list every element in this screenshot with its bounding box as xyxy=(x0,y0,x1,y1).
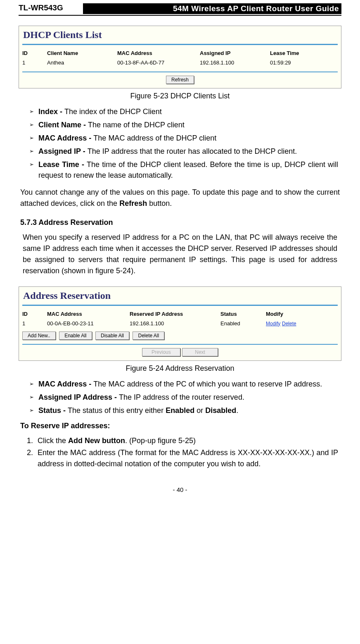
col-reserved-ip: Reserved IP Address xyxy=(130,309,220,319)
refresh-button[interactable]: Refresh xyxy=(166,76,194,84)
term: MAC Address - xyxy=(38,134,93,142)
list-item: MAC Address - The MAC address of the PC … xyxy=(29,379,338,389)
delete-all-button[interactable]: Delete All xyxy=(133,332,164,340)
paragraph: You cannot change any of the values on t… xyxy=(20,187,340,209)
text: Click the xyxy=(38,436,68,445)
term: Client Name - xyxy=(38,121,88,129)
desc: The IP address that the router has alloc… xyxy=(88,147,297,155)
list-item: Client Name - The name of the DHCP clien… xyxy=(29,119,338,130)
strong: Disabled xyxy=(205,406,236,415)
desc: The MAC address of the DHCP client xyxy=(93,134,216,142)
page-header: TL-WR543G 54M Wireless AP Client Router … xyxy=(19,0,341,16)
address-reservation-table: ID MAC Address Reserved IP Address Statu… xyxy=(22,309,338,328)
text: . xyxy=(236,406,238,415)
divider xyxy=(22,72,338,72)
add-new-button[interactable]: Add New.. xyxy=(22,332,56,340)
list-item: Index - The index of the DHCP Client xyxy=(29,106,338,117)
fig2-title: Address Reservation xyxy=(23,290,338,301)
figure-address-reservation: Address Reservation ID MAC Address Reser… xyxy=(19,286,341,361)
col-lease-time: Lease Time xyxy=(270,48,338,58)
desc: The IP address of the router reserved. xyxy=(119,393,244,401)
cell-lease: 01:59:29 xyxy=(270,58,338,67)
table-header-row: ID Client Name MAC Address Assigned IP L… xyxy=(22,48,338,58)
cell-ip: 192.168.1.100 xyxy=(130,319,220,328)
desc: The index of the DHCP Client xyxy=(64,107,162,116)
strong: Enabled xyxy=(166,406,194,415)
bullet-list-2: MAC Address - The MAC address of the PC … xyxy=(22,379,338,416)
table-header-row: ID MAC Address Reserved IP Address Statu… xyxy=(22,309,338,319)
reserve-heading: To Reserve IP addresses: xyxy=(20,422,340,430)
cell-id: 1 xyxy=(22,58,47,67)
desc: The status of this entry either xyxy=(68,406,166,415)
term: MAC Address - xyxy=(38,380,93,388)
strong: Refresh xyxy=(119,199,147,208)
cell-status: Enabled xyxy=(220,319,266,328)
desc: The MAC address of the PC of which you w… xyxy=(93,380,322,388)
list-item: Click the Add New button. (Pop-up figure… xyxy=(35,435,338,446)
divider xyxy=(22,305,338,306)
button-group: Add New.. Enable All Disable All Delete … xyxy=(22,332,338,340)
steps-list: Click the Add New button. (Pop-up figure… xyxy=(22,435,338,470)
col-status: Status xyxy=(220,309,266,319)
section-heading: 5.7.3 Address Reservation xyxy=(20,218,340,227)
text: or xyxy=(194,406,205,415)
term: Assigned IP Address - xyxy=(38,393,119,401)
divider xyxy=(22,44,338,45)
col-client-name: Client Name xyxy=(47,48,117,58)
strong: Add New button xyxy=(68,436,125,445)
paragraph: When you specify a reserved IP address f… xyxy=(23,232,337,277)
text: button. xyxy=(147,199,172,208)
table-row: 1 Anthea 00-13-8F-AA-6D-77 192.168.1.100… xyxy=(22,58,338,67)
term: Status - xyxy=(38,406,68,415)
delete-link[interactable]: Delete xyxy=(282,321,296,327)
desc: The name of the DHCP client xyxy=(88,121,185,129)
col-id: ID xyxy=(22,309,47,319)
list-item: Assigned IP Address - The IP address of … xyxy=(29,392,338,403)
fig1-title: DHCP Clients List xyxy=(23,29,338,41)
list-item: Lease Time - The time of the DHCP client… xyxy=(29,159,338,181)
modify-link[interactable]: Modify xyxy=(266,321,280,327)
previous-button[interactable]: Previous xyxy=(142,348,180,356)
enable-all-button[interactable]: Enable All xyxy=(59,332,92,340)
cell-id: 1 xyxy=(22,319,47,328)
page-number: - 40 - xyxy=(19,486,341,493)
fig2-caption: Figure 5-24 Address Reservation xyxy=(19,364,341,373)
term: Lease Time - xyxy=(38,160,87,169)
figure-dhcp-clients: DHCP Clients List ID Client Name MAC Add… xyxy=(19,26,341,88)
col-modify: Modify xyxy=(266,309,338,319)
list-item: Status - The status of this entry either… xyxy=(29,405,338,416)
list-item: Assigned IP - The IP address that the ro… xyxy=(29,146,338,157)
guide-title: 54M Wireless AP Client Router User Guide xyxy=(83,3,341,14)
col-mac: MAC Address xyxy=(117,48,200,58)
list-item: Enter the MAC address (The format for th… xyxy=(35,447,338,470)
cell-name: Anthea xyxy=(47,58,117,67)
dhcp-clients-table: ID Client Name MAC Address Assigned IP L… xyxy=(22,48,338,67)
next-button[interactable]: Next xyxy=(182,348,218,356)
fig1-caption: Figure 5-23 DHCP Clients List xyxy=(19,92,341,100)
cell-mac: 00-0A-EB-00-23-11 xyxy=(47,319,130,328)
bullet-list-1: Index - The index of the DHCP Client Cli… xyxy=(22,106,338,181)
col-assigned-ip: Assigned IP xyxy=(200,48,270,58)
term: Index - xyxy=(38,107,64,116)
list-item: MAC Address - The MAC address of the DHC… xyxy=(29,133,338,143)
term: Assigned IP - xyxy=(38,147,88,155)
cell-ip: 192.168.1.100 xyxy=(200,58,270,67)
model-label: TL-WR543G xyxy=(19,3,81,14)
table-row: 1 00-0A-EB-00-23-11 192.168.1.100 Enable… xyxy=(22,319,338,328)
cell-mac: 00-13-8F-AA-6D-77 xyxy=(117,58,200,67)
col-id: ID xyxy=(22,48,47,58)
disable-all-button[interactable]: Disable All xyxy=(95,332,129,340)
col-mac: MAC Address xyxy=(47,309,130,319)
text: . (Pop-up figure 5-25) xyxy=(125,436,196,445)
text: You cannot change any of the values on t… xyxy=(20,188,340,208)
divider xyxy=(22,344,338,345)
